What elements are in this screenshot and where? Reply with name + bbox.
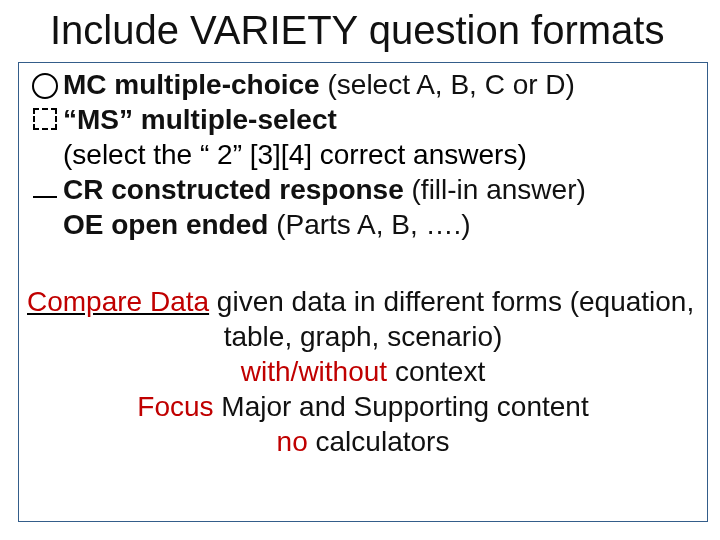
compare-line5b: calculators — [308, 426, 450, 457]
format-ms: “MS” multiple-select — [27, 102, 697, 137]
compare-line4b: Major and Supporting content — [214, 391, 589, 422]
compare-line3a: with/without — [241, 356, 387, 387]
slide-title: Include VARIETY question formats — [0, 0, 720, 53]
circle-icon — [27, 67, 63, 99]
ms-desc: (select the “ 2” [3][4] correct answers) — [27, 137, 697, 172]
compare-lead: Compare Data — [27, 286, 209, 317]
content-box: MC multiple-choice (select A, B, C or D)… — [18, 62, 708, 522]
format-cr: CR constructed response (fill-in answer) — [27, 172, 697, 207]
format-mc: MC multiple-choice (select A, B, C or D) — [27, 67, 697, 102]
compare-line3b: context — [387, 356, 485, 387]
compare-line5a: no — [277, 426, 308, 457]
blank-underline-icon — [27, 172, 63, 198]
format-oe: OE open ended (Parts A, B, ….) — [27, 207, 697, 242]
compare-line2: table, graph, scenario) — [19, 319, 707, 354]
cr-desc: (fill-in answer) — [404, 174, 586, 205]
compare-tail1: given data in different forms (equation, — [209, 286, 694, 317]
oe-label: OE open ended — [63, 209, 268, 240]
compare-line4a: Focus — [137, 391, 213, 422]
question-formats-list: MC multiple-choice (select A, B, C or D)… — [19, 63, 707, 242]
compare-block: Compare Data given data in different for… — [19, 284, 707, 459]
oe-desc: (Parts A, B, ….) — [268, 209, 470, 240]
ms-label: “MS” multiple-select — [63, 104, 337, 135]
mc-label: MC multiple-choice — [63, 69, 320, 100]
mc-desc: (select A, B, C or D) — [320, 69, 575, 100]
dashed-box-icon — [27, 102, 63, 130]
cr-label: CR constructed response — [63, 174, 404, 205]
